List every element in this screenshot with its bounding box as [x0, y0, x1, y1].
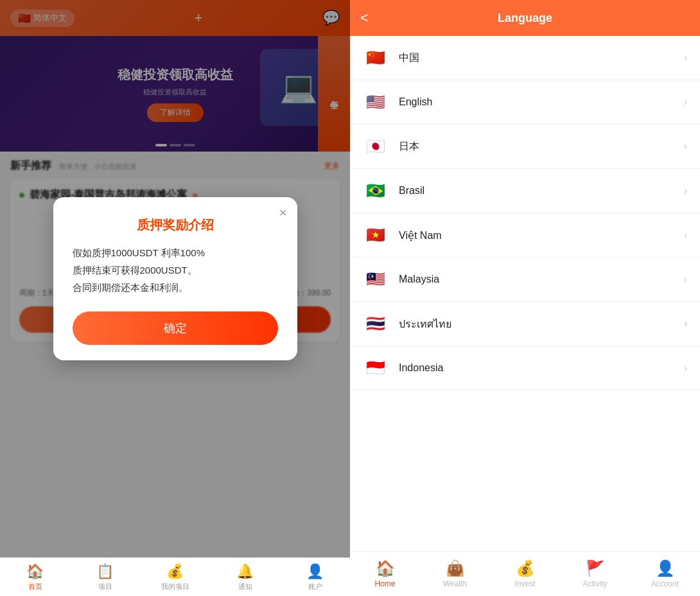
modal-overlay: × 质押奖励介绍 假如质押1000USDT 利率100% 质押结束可获得2000…: [0, 0, 350, 557]
rnav-icon-account: 👤: [656, 559, 675, 577]
lang-name-cn: 中国: [399, 51, 674, 65]
right-nav-item-account[interactable]: 👤 Account: [630, 559, 700, 588]
lang-name-jp: 日本: [399, 140, 674, 153]
left-nav-item-项目[interactable]: 📋 项目: [70, 563, 140, 592]
modal-body-line3: 合同到期偿还本金和利润。: [73, 279, 278, 296]
left-nav-item-账户[interactable]: 👤 账户: [280, 563, 350, 592]
modal-body-line2: 质押结束可获得2000USDT。: [73, 261, 278, 279]
rnav-label-wealth: Wealth: [443, 579, 467, 588]
lang-flag-en: 🇺🇸: [363, 89, 389, 115]
lang-name-th: ประเทศไทย: [399, 316, 674, 332]
modal-box: × 质押奖励介绍 假如质押1000USDT 利率100% 质押结束可获得2000…: [53, 197, 297, 360]
left-nav-label-0: 首页: [28, 582, 42, 592]
lang-name-id: Indonesia: [399, 362, 674, 374]
left-nav-item-首页[interactable]: 🏠 首页: [0, 563, 70, 592]
modal-body: 假如质押1000USDT 利率100% 质押结束可获得2000USDT。 合同到…: [73, 244, 278, 296]
modal-body-line1: 假如质押1000USDT 利率100%: [73, 244, 278, 261]
lang-flag-br: 🇧🇷: [363, 178, 389, 204]
lang-arrow-th: ›: [684, 318, 687, 329]
right-nav-item-invest[interactable]: 💰 Invest: [490, 559, 560, 588]
left-nav-icon-1: 📋: [96, 563, 114, 580]
right-bottom-nav: 🏠 Home 👜 Wealth 💰 Invest 🚩 Activity 👤 Ac…: [350, 551, 700, 596]
lang-item-en[interactable]: 🇺🇸 English ›: [350, 80, 700, 125]
lang-name-vn: Việt Nam: [399, 229, 674, 241]
lang-item-id[interactable]: 🇮🇩 Indonesia ›: [350, 346, 700, 390]
rnav-label-account: Account: [651, 579, 679, 588]
lang-item-br[interactable]: 🇧🇷 Brasil ›: [350, 169, 700, 213]
language-header: < Language: [350, 0, 700, 36]
right-nav-item-home[interactable]: 🏠 Home: [350, 559, 420, 588]
rnav-icon-activity: 🚩: [586, 559, 605, 577]
lang-arrow-jp: ›: [684, 141, 687, 152]
lang-flag-jp: 🇯🇵: [363, 134, 389, 159]
back-button[interactable]: <: [360, 11, 369, 25]
lang-arrow-vn: ›: [684, 229, 687, 241]
left-nav-item-我的项目[interactable]: 💰 我的项目: [140, 563, 210, 592]
left-nav-icon-3: 🔔: [236, 563, 254, 580]
modal-title: 质押奖励介绍: [73, 216, 278, 234]
lang-item-th[interactable]: 🇹🇭 ประเทศไทย ›: [350, 302, 700, 346]
left-nav-label-3: 通知: [238, 582, 252, 592]
lang-arrow-id: ›: [684, 362, 687, 374]
lang-arrow-br: ›: [684, 185, 687, 197]
rnav-label-invest: Invest: [514, 579, 535, 588]
left-nav-icon-2: 💰: [166, 563, 184, 580]
left-nav-icon-0: 🏠: [26, 563, 44, 580]
left-nav-label-4: 账户: [308, 582, 322, 592]
rnav-label-home: Home: [374, 579, 395, 588]
lang-flag-cn: 🇨🇳: [363, 45, 389, 71]
lang-name-br: Brasil: [399, 185, 674, 197]
lang-name-my: Malaysia: [399, 274, 674, 285]
lang-item-jp[interactable]: 🇯🇵 日本 ›: [350, 125, 700, 169]
rnav-icon-invest: 💰: [516, 559, 535, 577]
right-panel: < Language 🇨🇳 中国 › 🇺🇸 English › 🇯🇵 日本 › …: [350, 0, 700, 596]
language-header-title: Language: [498, 12, 552, 25]
lang-arrow-my: ›: [684, 274, 687, 285]
lang-item-vn[interactable]: 🇻🇳 Việt Nam ›: [350, 213, 700, 258]
left-nav-item-通知[interactable]: 🔔 通知: [210, 563, 280, 592]
lang-flag-vn: 🇻🇳: [363, 222, 389, 248]
rnav-icon-wealth: 👜: [446, 559, 465, 577]
lang-item-cn[interactable]: 🇨🇳 中国 ›: [350, 36, 700, 80]
lang-item-my[interactable]: 🇲🇾 Malaysia ›: [350, 258, 700, 302]
left-nav-label-2: 我的项目: [161, 582, 189, 592]
left-panel: 🇨🇳 简体中文 + 💬 稳健投资领取高收益 稳健投资领取高收益 了解详情 💻 全…: [0, 0, 350, 596]
modal-close-button[interactable]: ×: [279, 206, 287, 219]
lang-flag-my: 🇲🇾: [363, 267, 389, 292]
lang-flag-th: 🇹🇭: [363, 311, 389, 337]
left-nav-label-1: 项目: [98, 582, 112, 592]
lang-arrow-cn: ›: [684, 52, 687, 64]
left-bottom-nav: 🏠 首页 📋 项目 💰 我的项目 🔔 通知 👤 账户: [0, 557, 350, 596]
lang-name-en: English: [399, 96, 674, 108]
lang-arrow-en: ›: [684, 96, 687, 108]
rnav-icon-home: 🏠: [376, 559, 395, 577]
modal-confirm-button[interactable]: 确定: [73, 311, 278, 345]
language-list: 🇨🇳 中国 › 🇺🇸 English › 🇯🇵 日本 › 🇧🇷 Brasil ›…: [350, 36, 700, 551]
right-nav-item-wealth[interactable]: 👜 Wealth: [420, 559, 490, 588]
lang-flag-id: 🇮🇩: [363, 355, 389, 381]
rnav-label-activity: Activity: [582, 579, 607, 588]
left-nav-icon-4: 👤: [306, 563, 324, 580]
right-nav-item-activity[interactable]: 🚩 Activity: [560, 559, 630, 588]
